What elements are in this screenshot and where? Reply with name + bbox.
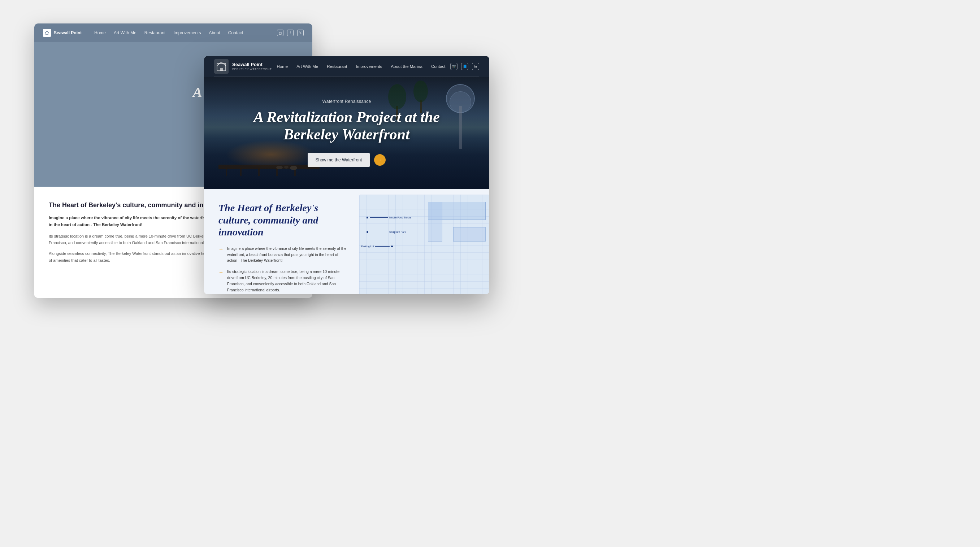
back-nav-links: Home Art With Me Restaurant Improvements… [94, 30, 266, 35]
back-nav-art[interactable]: Art With Me [114, 30, 137, 35]
front-map: Mobile Food Trucks Sculpture Park Parkin… [359, 195, 489, 294]
map-building-1 [453, 227, 486, 242]
facebook-icon[interactable]: f [287, 30, 294, 36]
back-logo-icon [43, 29, 51, 37]
front-nav-contact[interactable]: Contact [431, 64, 445, 68]
back-brand-name: Seawall Point [54, 30, 82, 35]
back-nav-logo: Seawall Point [43, 29, 83, 37]
map-label-sculpture: Sculpture Park [366, 231, 406, 233]
back-nav-restaurant[interactable]: Restaurant [145, 30, 166, 35]
back-nav-socials: ◻ f 𝕏 [277, 30, 304, 36]
front-cta-label: Show me the Waterfront [316, 157, 362, 162]
front-brand-sub: BERKELEY WATERFRONT [232, 67, 272, 71]
front-content-text-2: Its strategic location is a dream come t… [227, 269, 348, 293]
front-nav-marina[interactable]: About the Marina [391, 64, 423, 68]
front-nav-socials: 📷 📘 in [450, 63, 479, 70]
twitter-icon[interactable]: 𝕏 [297, 30, 304, 36]
map-dot-food [366, 217, 368, 218]
back-nav-improvements[interactable]: Improvements [173, 30, 201, 35]
map-label-parking: Parking Lot [361, 245, 393, 248]
front-hero-subtitle: Waterfront Renaissance [323, 99, 371, 104]
front-arrow-icon-2: → [218, 269, 224, 293]
map-label-food-trucks: Mobile Food Trucks [366, 216, 411, 219]
nav-divider [214, 76, 479, 77]
hero-content: Waterfront Renaissance A Revitalization … [204, 77, 489, 189]
svg-rect-1 [220, 68, 223, 71]
front-nav-links: Home Art With Me Restaurant Improvements… [272, 64, 450, 68]
front-arrow-icon-1: → [218, 246, 224, 264]
front-instagram-icon[interactable]: 📷 [450, 63, 458, 70]
front-logo-box [214, 59, 229, 74]
map-label-parking-text: Parking Lot [361, 245, 374, 248]
front-facebook-icon[interactable]: 📘 [461, 63, 468, 70]
front-content-text-1: Imagine a place where the vibrance of ci… [227, 245, 348, 264]
front-nav-restaurant[interactable]: Restaurant [327, 64, 347, 68]
back-nav-home[interactable]: Home [94, 30, 106, 35]
front-hero: Waterfront Renaissance A Revitalization … [204, 77, 489, 189]
front-content-left: The Heart of Berkeley's culture, communi… [218, 202, 348, 281]
map-runway-v [428, 202, 442, 242]
front-content-item-2: → Its strategic location is a dream come… [218, 269, 348, 293]
map-line-parking [375, 246, 390, 246]
back-nav-about[interactable]: About [209, 30, 220, 35]
instagram-icon[interactable]: ◻ [277, 30, 283, 36]
front-content-title: The Heart of Berkeley's culture, communi… [218, 202, 348, 238]
map-label-sculpture-text: Sculpture Park [389, 231, 406, 233]
front-cta-arrow-circle[interactable]: → [374, 154, 386, 166]
map-label-food-text: Mobile Food Trucks [389, 216, 411, 219]
front-hero-title: A Revitalization Project at the Berkeley… [226, 108, 468, 143]
front-content-section: The Heart of Berkeley's culture, communi… [204, 189, 489, 294]
front-linkedin-icon[interactable]: in [472, 63, 479, 70]
front-brand-name: Seawall Point [232, 62, 272, 67]
map-dot-parking [391, 245, 393, 247]
map-line-sculpture [370, 232, 388, 232]
front-nav-home[interactable]: Home [277, 64, 288, 68]
front-navbar: Seawall Point BERKELEY WATERFRONT Home A… [204, 56, 489, 77]
front-content-right: Mobile Food Trucks Sculpture Park Parkin… [359, 202, 475, 281]
front-cta-button[interactable]: Show me the Waterfront [308, 153, 370, 167]
front-brand-text: Seawall Point BERKELEY WATERFRONT [232, 62, 272, 70]
front-nav-logo: Seawall Point BERKELEY WATERFRONT [214, 59, 272, 74]
back-nav-contact[interactable]: Contact [228, 30, 243, 35]
map-dot-sculpture [366, 231, 368, 233]
front-browser-window: Seawall Point BERKELEY WATERFRONT Home A… [204, 56, 489, 294]
map-line-food [370, 217, 388, 218]
front-content-item-1: → Imagine a place where the vibrance of … [218, 245, 348, 264]
front-nav-art[interactable]: Art With Me [296, 64, 318, 68]
back-navbar: Seawall Point Home Art With Me Restauran… [34, 24, 312, 42]
front-nav-improvements[interactable]: Improvements [356, 64, 382, 68]
front-cta-row: Show me the Waterfront → [308, 153, 386, 167]
